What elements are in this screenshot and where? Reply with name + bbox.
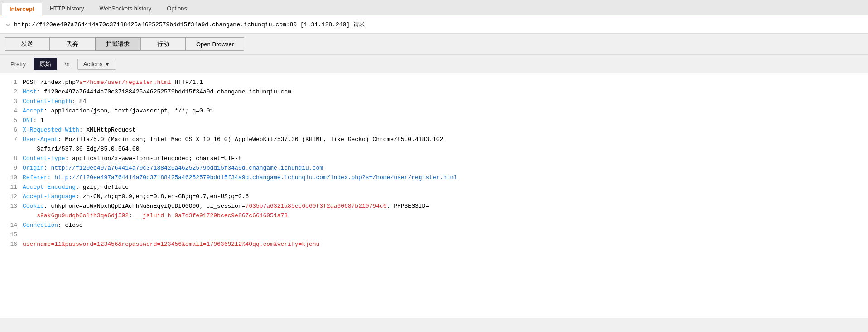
pretty-button[interactable]: Pretty <box>5 59 32 70</box>
edit-icon: ✏ <box>6 20 10 29</box>
tab-bar: Intercept HTTP history WebSockets histor… <box>0 0 868 15</box>
open-browser-button[interactable]: Open Browser <box>186 37 244 51</box>
actions-button[interactable]: Actions ▼ <box>77 59 116 70</box>
table-row: 3Content-Length: 84 <box>0 97 868 107</box>
table-row: s9ak6gu9udqb6olih3qe6dj592; __jsluid_h=9… <box>0 211 868 221</box>
action-button[interactable]: 行动 <box>140 37 186 51</box>
newline-button[interactable]: \n <box>59 59 76 70</box>
table-row: 9Origin: http://f120ee497a764414a70c3718… <box>0 164 868 173</box>
table-row: 1POST /index.php?s=/home/user/register.h… <box>0 78 868 88</box>
send-button[interactable]: 发送 <box>5 37 50 51</box>
table-row: 8Content-Type: application/x-www-form-ur… <box>0 154 868 164</box>
table-row: 11Accept-Encoding: gzip, deflate <box>0 183 868 192</box>
table-row: 15 <box>0 230 868 240</box>
tab-websockets-history[interactable]: WebSockets history <box>92 2 159 15</box>
url-text: http://f120ee497a764414a70c37188425a4625… <box>14 20 365 29</box>
table-row: 12Accept-Language: zh-CN,zh;q=0.9,en;q=0… <box>0 192 868 202</box>
chevron-down-icon: ▼ <box>104 61 110 68</box>
view-toolbar: Pretty 原始 \n Actions ▼ <box>0 55 868 73</box>
table-row: 10Referer: http://f120ee497a764414a70c37… <box>0 173 868 183</box>
tab-intercept[interactable]: Intercept <box>2 3 42 15</box>
discard-button[interactable]: 丢弃 <box>50 37 95 51</box>
request-content: 1POST /index.php?s=/home/user/register.h… <box>0 73 868 318</box>
table-row: 14Connection: close <box>0 221 868 230</box>
tab-http-history[interactable]: HTTP history <box>42 2 92 15</box>
raw-button[interactable]: 原始 <box>34 58 57 70</box>
table-row: 13Cookie: chkphone=acWxNpxhQpDiAchhNuSnE… <box>0 202 868 211</box>
table-row: 6X-Requested-With: XMLHttpRequest <box>0 126 868 135</box>
button-bar: 发送 丢弃 拦截请求 行动 Open Browser <box>0 34 868 55</box>
table-row: 4Accept: application/json, text/javascri… <box>0 107 868 116</box>
intercept-button[interactable]: 拦截请求 <box>95 37 140 51</box>
table-row: 5DNT: 1 <box>0 116 868 126</box>
url-bar: ✏ http://f120ee497a764414a70c37188425a46… <box>0 15 868 34</box>
table-row: 7User-Agent: Mozilla/5.0 (Macintosh; Int… <box>0 135 868 145</box>
table-row: 16username=11&password=123456&repassword… <box>0 240 868 249</box>
table-row: 2Host: f120ee497a764414a70c37188425a4625… <box>0 88 868 97</box>
tab-options[interactable]: Options <box>159 2 195 15</box>
table-row: Safari/537.36 Edg/85.0.564.60 <box>0 145 868 154</box>
